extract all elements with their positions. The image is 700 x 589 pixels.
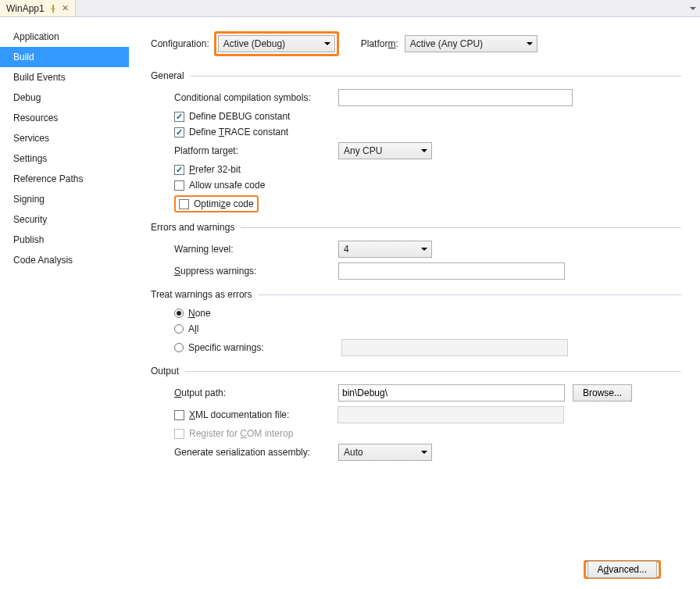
sidebar-item-resources[interactable]: Resources [0, 108, 129, 128]
sidebar-item-build-events[interactable]: Build Events [0, 67, 129, 87]
advanced-button[interactable]: Advanced... [588, 561, 657, 578]
configuration-select[interactable]: Active (Debug) [218, 35, 335, 52]
platform-select[interactable]: Active (Any CPU) [405, 35, 538, 52]
close-tab-icon[interactable]: ✕ [62, 3, 69, 13]
sidebar-item-services[interactable]: Services [0, 128, 129, 148]
treat-all-label: All [188, 323, 198, 334]
project-properties-sidebar: Application Build Build Events Debug Res… [0, 17, 129, 589]
browse-button[interactable]: Browse... [573, 384, 632, 402]
sidebar-item-reference-paths[interactable]: Reference Paths [0, 169, 129, 189]
suppress-warnings-label: Suppress warnings: [174, 266, 338, 277]
treat-none-radio[interactable] [174, 309, 184, 318]
treat-specific-label: Specific warnings: [188, 342, 341, 353]
advanced-highlight: Advanced... [584, 560, 661, 579]
define-debug-checkbox[interactable] [174, 112, 184, 122]
gen-serial-select[interactable]: Auto [338, 444, 432, 461]
document-tab[interactable]: WinApp1 ✕ [0, 0, 76, 16]
define-debug-label: Define DEBUG constant [189, 111, 290, 122]
tab-overflow-button[interactable] [686, 0, 700, 16]
optimize-code-label: Optimize code [194, 198, 254, 209]
com-interop-label: Register for COM interop [189, 428, 293, 439]
output-section-header: Output [151, 366, 681, 377]
conditional-symbols-input[interactable] [338, 89, 573, 106]
define-trace-checkbox[interactable] [174, 127, 184, 137]
allow-unsafe-checkbox[interactable] [174, 180, 184, 191]
sidebar-item-publish[interactable]: Publish [0, 230, 129, 250]
treat-specific-radio[interactable] [174, 343, 184, 352]
tab-title: WinApp1 [6, 3, 45, 14]
treat-warnings-section-header: Treat warnings as errors [151, 289, 681, 300]
xml-doc-checkbox[interactable] [174, 410, 184, 420]
prefer-32bit-checkbox[interactable] [174, 165, 184, 175]
output-path-label: Output path: [174, 387, 338, 398]
platform-label: Platform: [361, 38, 398, 49]
optimize-code-highlight: Optimize code [174, 195, 259, 212]
treat-all-radio[interactable] [174, 324, 184, 334]
platform-target-label: Platform target: [174, 145, 338, 156]
prefer-32bit-label: Prefer 32-bit [189, 164, 241, 175]
errors-warnings-section-header: Errors and warnings [151, 222, 681, 233]
suppress-warnings-input[interactable] [338, 262, 565, 280]
sidebar-item-signing[interactable]: Signing [0, 189, 129, 209]
title-bar: WinApp1 ✕ [0, 0, 700, 17]
build-settings-panel: Configuration: Active (Debug) Platform: … [129, 17, 700, 589]
pin-icon[interactable] [49, 5, 57, 12]
treat-specific-input[interactable] [341, 339, 568, 356]
configuration-highlight: Active (Debug) [214, 31, 339, 56]
optimize-code-checkbox[interactable] [179, 199, 189, 209]
sidebar-item-security[interactable]: Security [0, 209, 129, 230]
gen-serial-label: Generate serialization assembly: [174, 447, 338, 458]
conditional-symbols-label: Conditional compilation symbols: [174, 92, 338, 103]
treat-none-label: None [188, 308, 211, 319]
sidebar-item-debug[interactable]: Debug [0, 87, 129, 108]
sidebar-item-code-analysis[interactable]: Code Analysis [0, 250, 129, 270]
output-path-input[interactable] [338, 384, 565, 402]
warning-level-label: Warning level: [174, 244, 338, 255]
xml-doc-input[interactable] [338, 406, 564, 423]
xml-doc-label: XML documentation file: [189, 409, 338, 420]
com-interop-checkbox [174, 429, 184, 439]
general-section-header: General [151, 70, 681, 81]
configuration-label: Configuration: [151, 38, 209, 49]
define-trace-label: Define TRACE constant [189, 127, 288, 137]
sidebar-item-settings[interactable]: Settings [0, 148, 129, 169]
warning-level-select[interactable]: 4 [338, 241, 432, 258]
platform-target-select[interactable]: Any CPU [338, 142, 432, 159]
sidebar-item-application[interactable]: Application [0, 27, 129, 47]
allow-unsafe-label: Allow unsafe code [189, 180, 265, 191]
sidebar-item-build[interactable]: Build [0, 47, 129, 67]
